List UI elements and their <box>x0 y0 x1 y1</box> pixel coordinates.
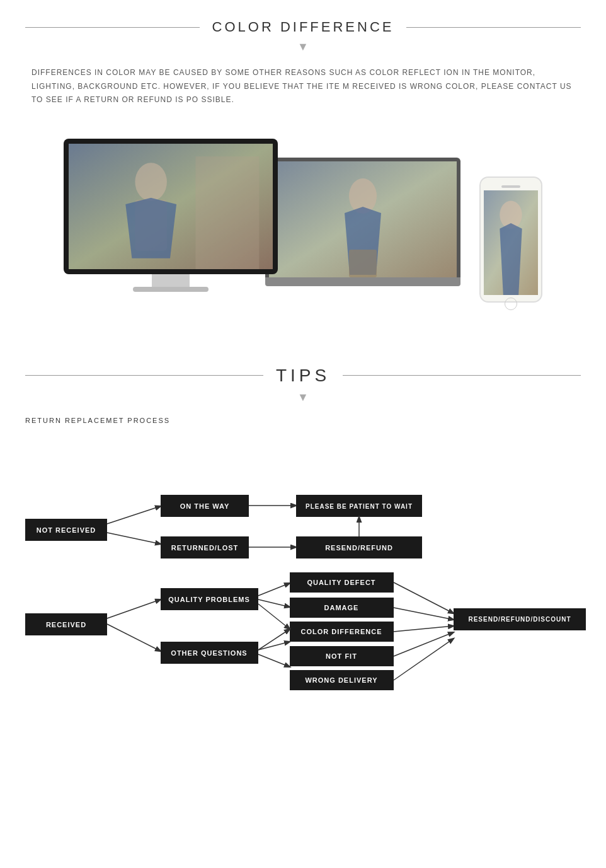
header-line-left <box>25 27 200 28</box>
arrow-quality-defect <box>258 583 290 596</box>
quality-defect-label: QUALITY DEFECT <box>307 579 375 586</box>
arrow-damage-final <box>394 608 454 620</box>
laptop-screen <box>269 161 457 277</box>
arrow-defect-final <box>394 582 454 613</box>
tips-title: TIPS <box>263 366 343 386</box>
arrow-quality-damage <box>258 599 290 607</box>
resend-refund-label: RESEND/REFUND <box>325 544 393 552</box>
phone-home-button <box>505 298 517 310</box>
color-difference-flow-label: COLOR DIFFERENCE <box>300 628 382 635</box>
tips-header-line-left <box>25 375 263 376</box>
monitor-base <box>152 274 190 287</box>
monitor-stand <box>133 287 209 292</box>
phone-device <box>479 176 542 303</box>
svg-point-1 <box>135 163 167 201</box>
svg-rect-3 <box>195 156 259 269</box>
section-header-color-diff: COLOR DIFFERENCE <box>25 19 581 35</box>
tips-chevron-down-icon: ▼ <box>25 391 581 404</box>
arrow-other-not-fit <box>258 642 290 650</box>
laptop-screen-container <box>265 158 460 277</box>
phone-screen <box>484 190 538 295</box>
monitor-screen-content <box>69 144 273 269</box>
not-received-label: NOT RECEIVED <box>37 526 96 534</box>
quality-problems-label: QUALITY PROBLEMS <box>168 596 249 603</box>
returned-lost-label: RETURNED/LOST <box>171 544 239 552</box>
tips-section: TIPS ▼ RETURN REPLACEMET PROCESS NOT REC… <box>0 353 606 723</box>
received-label: RECEIVED <box>46 621 86 628</box>
laptop-base <box>265 277 460 286</box>
color-diff-section: COLOR DIFFERENCE ▼ DIFFERENCES IN COLOR … <box>0 0 606 347</box>
arrow-quality-color <box>258 604 290 629</box>
arrow-wrong-final <box>394 639 454 680</box>
arrow-not-received-returned <box>107 533 161 544</box>
arrow-received-other <box>107 624 161 651</box>
resend-refund-discount-label: RESEND/REFUND/DISCOUNT <box>468 616 571 623</box>
laptop-device <box>265 158 460 303</box>
arrow-color-final <box>394 626 454 632</box>
not-fit-label: NOT FIT <box>326 652 357 660</box>
other-questions-label: OTHER QUESTIONS <box>171 649 247 657</box>
phone-speaker <box>501 185 520 188</box>
desktop-device <box>64 139 278 303</box>
color-diff-description: DIFFERENCES IN COLOR MAY BE CAUSED BY SO… <box>31 66 575 107</box>
return-process-label: RETURN REPLACEMET PROCESS <box>25 417 581 424</box>
flow-diagram: NOT RECEIVED ON THE WAY PLEASE BE PATIEN… <box>25 443 581 710</box>
tips-header-line-right <box>343 375 581 376</box>
monitor-screen <box>69 144 273 269</box>
devices-illustration <box>25 126 581 303</box>
on-the-way-label: ON THE WAY <box>180 502 230 510</box>
wrong-delivery-label: WRONG DELIVERY <box>305 676 377 684</box>
arrow-other-color <box>258 629 290 650</box>
header-line-right <box>406 27 581 28</box>
arrow-not-received-on-the-way <box>107 506 161 524</box>
color-diff-title: COLOR DIFFERENCE <box>200 19 407 35</box>
please-be-patient-label: PLEASE BE PATIENT TO WAIT <box>306 503 413 510</box>
phone-outer <box>479 176 542 303</box>
arrow-received-quality <box>107 599 161 618</box>
flow-diagram-svg: NOT RECEIVED ON THE WAY PLEASE BE PATIEN… <box>25 443 592 708</box>
chevron-down-icon: ▼ <box>25 40 581 54</box>
section-header-tips: TIPS <box>25 366 581 386</box>
monitor-outer <box>64 139 278 274</box>
damage-label: DAMAGE <box>324 604 359 611</box>
svg-rect-6 <box>349 250 377 277</box>
arrow-other-wrong <box>258 654 290 667</box>
